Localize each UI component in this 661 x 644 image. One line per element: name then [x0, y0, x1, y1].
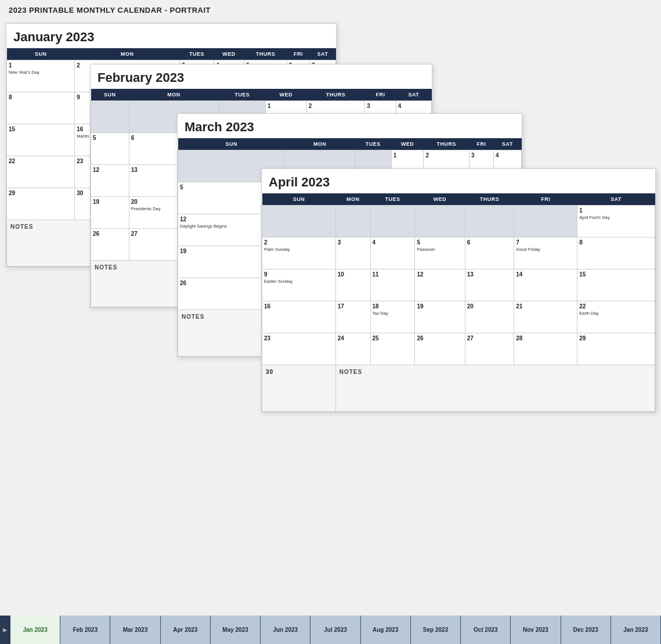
table-cell: 19	[91, 197, 129, 229]
feb-header-sat: SAT	[396, 89, 431, 101]
april-calendar: April 2023 SUN MON TUES WED THURS FRI SA…	[261, 168, 656, 412]
table-cell: 1New Year's Day	[7, 60, 75, 92]
table-cell: 22Earth Day	[577, 301, 655, 333]
table-cell	[91, 101, 129, 133]
table-cell	[370, 206, 415, 238]
jan-header-sat: SAT	[310, 48, 336, 60]
january-title: January 2023	[6, 24, 336, 48]
table-cell	[514, 206, 577, 238]
jan-header-wed: WED	[214, 48, 244, 60]
apr-header-tue: TUES	[370, 193, 415, 206]
apr-header-fri: FRI	[514, 193, 577, 206]
jan-header-thu: THURS	[244, 48, 287, 60]
table-cell: 18Tax Day	[370, 301, 415, 333]
table-cell: 29	[577, 333, 655, 365]
april-title: April 2023	[262, 169, 655, 193]
mar-header-sun: SUN	[178, 138, 285, 150]
main-container: 2023 PRINTABLE MONTHLY CALENDAR - PORTRA…	[0, 0, 661, 616]
table-cell: 22	[7, 156, 75, 188]
table-cell: 26	[91, 229, 129, 261]
feb-header-fri: FRI	[365, 89, 396, 101]
tab-jan-2023-extra[interactable]: Jan 2023	[611, 616, 661, 644]
table-row: 1April Fool's Day	[262, 206, 655, 238]
page-title: 2023 PRINTABLE MONTHLY CALENDAR - PORTRA…	[9, 6, 652, 15]
apr-header-wed: WED	[415, 193, 465, 206]
tab-nov-2023[interactable]: Nov 2023	[511, 616, 561, 644]
table-cell	[465, 206, 514, 238]
table-row: 23 24 25 26 27 28 29	[262, 333, 655, 365]
table-cell: 20	[465, 301, 514, 333]
table-cell: 11	[370, 269, 415, 301]
table-cell: 21	[514, 301, 577, 333]
apr-header-thu: THURS	[465, 193, 514, 206]
mar-header-thu: THURS	[424, 138, 469, 150]
table-cell: 9Easter Sunday	[262, 269, 336, 301]
feb-header-wed: WED	[265, 89, 306, 101]
mar-header-tue: TUES	[355, 138, 391, 150]
table-cell: 12	[415, 269, 465, 301]
table-cell: 1April Fool's Day	[577, 206, 655, 238]
tab-aug-2023[interactable]: Aug 2023	[361, 616, 411, 644]
tab-oct-2023[interactable]: Oct 2023	[461, 616, 511, 644]
table-cell: 5	[91, 133, 129, 165]
apr-header-sat: SAT	[577, 193, 655, 206]
tab-bar: ▶ Jan 2023 Feb 2023 Mar 2023 Apr 2023 Ma…	[0, 616, 661, 644]
tab-sep-2023[interactable]: Sep 2023	[411, 616, 461, 644]
tab-may-2023[interactable]: May 2023	[211, 616, 261, 644]
april-table: SUN MON TUES WED THURS FRI SAT 1	[262, 193, 655, 412]
mar-header-wed: WED	[391, 138, 424, 150]
table-cell: 26	[415, 333, 465, 365]
table-cell: 6	[465, 238, 514, 269]
table-cell: 27	[465, 333, 514, 365]
table-cell: 4	[370, 238, 415, 269]
table-cell: 24	[335, 333, 370, 365]
table-row: 2Palm Sunday 3 4 5Passover 6 7Good Frida…	[262, 238, 655, 269]
table-cell: 5Passover	[415, 238, 465, 269]
table-cell: 12	[91, 165, 129, 197]
feb-header-sun: SUN	[91, 89, 129, 101]
table-cell: 17	[335, 301, 370, 333]
table-cell: 2Palm Sunday	[262, 238, 336, 269]
table-cell: 25	[370, 333, 415, 365]
table-cell: 28	[514, 333, 577, 365]
mar-header-mon: MON	[285, 138, 355, 150]
mar-header-sat: SAT	[494, 138, 522, 150]
table-cell: 8	[7, 92, 75, 124]
apr-header-sun: SUN	[262, 193, 336, 206]
jan-header-mon: MON	[75, 48, 180, 60]
notes-row: 30 NOTES	[262, 365, 655, 412]
table-cell	[262, 206, 336, 238]
table-cell: 15	[7, 124, 75, 156]
apr-header-mon: MON	[335, 193, 370, 206]
jan-header-sun: SUN	[7, 48, 75, 60]
table-cell: 7Good Friday	[514, 238, 577, 269]
tab-arrow-left[interactable]: ▶	[3, 627, 8, 633]
tab-apr-2023[interactable]: Apr 2023	[161, 616, 211, 644]
tab-jul-2023[interactable]: Jul 2023	[310, 616, 360, 644]
march-title: March 2023	[178, 114, 522, 138]
table-cell	[335, 206, 370, 238]
table-cell	[415, 206, 465, 238]
table-cell: 13	[465, 269, 514, 301]
table-cell: 19	[415, 301, 465, 333]
table-cell: 16	[262, 301, 336, 333]
tab-mar-2023[interactable]: Mar 2023	[110, 616, 160, 644]
table-row: 16 17 18Tax Day 19 20 21 22Earth Day	[262, 301, 655, 333]
table-cell: 23	[262, 333, 336, 365]
table-cell: 30	[262, 365, 336, 412]
table-cell: 15	[577, 269, 655, 301]
table-cell: 29	[7, 188, 75, 220]
tab-feb-2023[interactable]: Feb 2023	[60, 616, 110, 644]
table-cell: 8	[577, 238, 655, 269]
tab-dec-2023[interactable]: Dec 2023	[561, 616, 611, 644]
feb-header-thu: THURS	[306, 89, 364, 101]
tab-jan-2023[interactable]: Jan 2023	[10, 616, 60, 644]
mar-header-fri: FRI	[469, 138, 494, 150]
tab-jun-2023[interactable]: Jun 2023	[261, 616, 310, 644]
feb-header-tue: TUES	[219, 89, 265, 101]
table-cell: 10	[335, 269, 370, 301]
jan-header-tue: TUES	[180, 48, 214, 60]
notes-label: NOTES	[335, 365, 655, 412]
table-row: 9Easter Sunday 10 11 12 13 14 15	[262, 269, 655, 301]
jan-header-fri: FRI	[287, 48, 309, 60]
